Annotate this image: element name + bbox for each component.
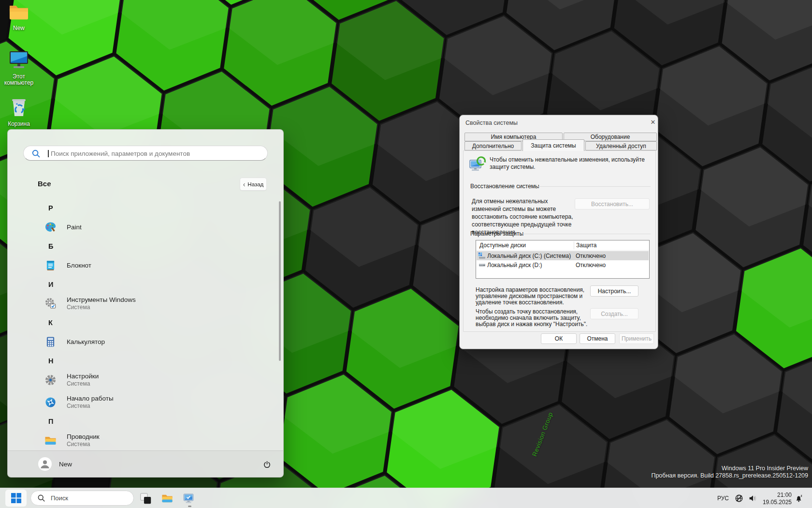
column-divider xyxy=(574,241,574,249)
app-item-notepad[interactable]: Блокнот xyxy=(34,254,266,276)
start-all-apps-list: Р Paint Б Блокнот И xyxy=(34,200,266,451)
create-button[interactable]: Создать... xyxy=(590,308,638,319)
start-button[interactable] xyxy=(5,490,27,507)
close-icon[interactable]: ✕ xyxy=(649,119,657,126)
folder-icon xyxy=(8,15,30,24)
desktop-icon-recycle-bin[interactable]: Корзина xyxy=(0,96,38,127)
protection-intro-text: Чтобы отменить нежелательные изменения, … xyxy=(490,156,649,171)
tab-remote[interactable]: Удаленный доступ xyxy=(585,141,657,150)
ok-button[interactable]: ОК xyxy=(541,333,577,344)
power-button[interactable] xyxy=(261,458,273,471)
overlapping-squares-icon xyxy=(140,493,152,505)
drive-name: Локальный диск (D:) xyxy=(487,262,542,269)
app-item-sublabel: Система xyxy=(67,403,114,409)
app-item-sublabel: Система xyxy=(67,441,100,448)
desktop-icon-new-folder[interactable]: New xyxy=(0,3,38,31)
group-divider xyxy=(522,234,651,234)
tray-date: 19.05.2025 xyxy=(757,499,792,506)
list-letter-header[interactable]: Р xyxy=(34,200,266,216)
app-item-paint[interactable]: Paint xyxy=(34,216,266,238)
calculator-icon xyxy=(44,335,57,348)
windows-tools-icon xyxy=(44,297,57,310)
settings-gear-icon xyxy=(44,374,57,387)
taskbar-search-box[interactable] xyxy=(30,491,134,506)
column-available-drives: Доступные диски xyxy=(479,242,526,249)
notification-bell-icon[interactable]: z xyxy=(795,494,803,505)
back-button-label: Назад xyxy=(247,181,263,187)
configure-button[interactable]: Настроить... xyxy=(590,285,638,297)
drive-row-d[interactable]: Локальный диск (D:) Отключено xyxy=(477,260,649,269)
search-icon xyxy=(31,149,41,158)
app-item-sublabel: Система xyxy=(67,304,136,311)
app-item-label: Блокнот xyxy=(67,262,91,269)
windows-build-watermark: Windows 11 Pro Insider Preview Пробная в… xyxy=(651,465,808,479)
protection-drives-list[interactable]: Доступные диски Защита Локальный диск (C… xyxy=(476,240,650,279)
drive-icon xyxy=(478,262,486,268)
recycle-bin-icon xyxy=(8,111,29,120)
tab-advanced[interactable]: Дополнительно xyxy=(464,141,522,150)
start-menu-footer: New xyxy=(8,450,283,478)
app-item-calculator[interactable]: Калькулятор xyxy=(34,330,266,353)
app-item-label: Калькулятор xyxy=(67,338,105,345)
notepad-icon xyxy=(44,259,57,272)
system-protection-icon xyxy=(469,156,486,175)
taskbar: РУС 21:00 19.05.2025 z xyxy=(0,488,812,508)
app-item-label: Настройки xyxy=(67,373,99,380)
app-item-label: Paint xyxy=(67,224,82,231)
app-item-label: Инструменты Windows xyxy=(67,296,136,304)
app-item-get-started[interactable]: Начало работы Система xyxy=(34,391,266,413)
system-monitor-icon xyxy=(182,492,195,505)
tab-system-protection[interactable]: Защита системы xyxy=(522,139,584,151)
list-letter-header[interactable]: Б xyxy=(34,238,266,254)
language-indicator[interactable]: РУС xyxy=(717,495,729,502)
power-icon xyxy=(262,460,272,469)
clock[interactable]: 21:00 19.05.2025 xyxy=(757,492,792,506)
start-search-box[interactable] xyxy=(23,146,268,161)
start-list-scrollbar[interactable] xyxy=(279,201,281,361)
build-watermark-line2: Пробная версия. Build 27858.rs_prereleas… xyxy=(651,472,808,479)
create-description: Чтобы создать точку восстановления, необ… xyxy=(476,309,599,327)
this-pc-icon xyxy=(7,64,30,72)
user-name: New xyxy=(59,461,72,468)
start-menu-panel: Все ‹ Назад Р Paint Б Бло xyxy=(7,129,284,478)
cancel-button[interactable]: Отмена xyxy=(580,333,615,344)
drive-protection-status: Отключено xyxy=(576,262,606,269)
svg-text:z: z xyxy=(801,494,802,497)
taskbar-app-file-explorer[interactable] xyxy=(160,492,174,505)
start-section-title: Все xyxy=(38,179,51,188)
avatar xyxy=(38,457,52,471)
text-caret xyxy=(48,150,49,157)
taskbar-app-system-properties[interactable] xyxy=(182,492,195,505)
drive-row-c[interactable]: Локальный диск (C:) (Система) Отключено xyxy=(477,251,649,260)
app-item-windows-tools[interactable]: Инструменты Windows Система xyxy=(34,292,266,314)
configure-description: Настройка параметров восстановления, упр… xyxy=(476,287,596,305)
app-item-explorer[interactable]: Проводник Система xyxy=(34,429,266,451)
paint-icon xyxy=(44,221,57,234)
explorer-folder-icon xyxy=(161,492,174,505)
build-watermark-line1: Windows 11 Pro Insider Preview xyxy=(651,465,808,472)
desktop-icon-this-pc[interactable]: Этот компьютер xyxy=(0,49,38,86)
system-drive-icon xyxy=(478,253,486,259)
list-letter-header[interactable]: Н xyxy=(34,353,266,369)
list-letter-header[interactable]: К xyxy=(34,314,266,330)
user-profile-button[interactable]: New xyxy=(38,457,72,471)
taskbar-search-input[interactable] xyxy=(50,494,124,502)
windows-logo-icon xyxy=(11,493,21,503)
restore-button[interactable]: Восстановить... xyxy=(575,198,650,209)
group-divider xyxy=(537,186,651,187)
volume-icon[interactable] xyxy=(748,494,757,505)
apply-button[interactable]: Применить xyxy=(619,333,654,344)
list-letter-header[interactable]: И xyxy=(34,276,266,292)
app-item-label: Начало работы xyxy=(67,395,114,403)
app-item-settings[interactable]: Настройки Система xyxy=(34,369,266,391)
network-globe-icon[interactable] xyxy=(735,494,743,505)
list-letter-header[interactable]: П xyxy=(34,413,266,429)
list-header: Доступные диски Защита xyxy=(476,240,649,251)
drive-name: Локальный диск (C:) (Система) xyxy=(487,253,571,259)
start-search-input[interactable] xyxy=(50,147,260,161)
back-button[interactable]: ‹ Назад xyxy=(240,178,267,191)
taskbar-app-contrast-squares[interactable] xyxy=(139,492,152,505)
chevron-left-icon: ‹ xyxy=(243,181,246,188)
tray-time: 21:00 xyxy=(757,492,792,499)
system-properties-dialog: Свойства системы ✕ Имя компьютера Оборуд… xyxy=(459,115,658,349)
